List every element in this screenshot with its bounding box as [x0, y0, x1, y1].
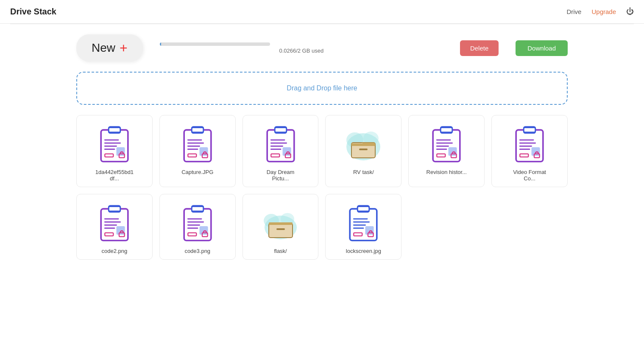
header-right: Drive Upgrade ⏻	[566, 7, 634, 16]
svg-rect-64	[105, 233, 113, 236]
svg-rect-54	[520, 154, 528, 157]
svg-rect-81	[276, 228, 285, 230]
svg-rect-48	[524, 128, 535, 132]
app-header: Drive Stack Drive Upgrade ⏻	[0, 0, 644, 24]
svg-rect-27	[282, 147, 291, 156]
storage-area: 0.0266/2 GB used	[160, 42, 443, 54]
file-name: Capture.JPG	[181, 169, 213, 175]
file-card[interactable]: Day DreamPictu...	[243, 115, 319, 187]
folder-icon	[342, 122, 385, 165]
file-name: lockscreen.jpg	[346, 248, 381, 254]
svg-rect-58	[109, 207, 120, 211]
file-name: Video FormatCo...	[513, 169, 546, 182]
document-icon	[508, 122, 551, 165]
svg-rect-8	[105, 154, 113, 157]
file-name: Revision histor...	[427, 169, 467, 175]
header-left: Drive Stack	[10, 7, 56, 17]
svg-rect-22	[275, 128, 286, 132]
file-grid-row2: code2.png code3.png	[76, 194, 568, 260]
power-icon[interactable]: ⏻	[626, 7, 634, 16]
folder-icon	[259, 201, 302, 244]
delete-button[interactable]: Delete	[460, 40, 499, 56]
storage-bar-fill	[160, 42, 161, 46]
svg-rect-80	[269, 222, 293, 225]
document-icon	[93, 122, 136, 165]
new-label: New	[92, 41, 115, 55]
content-area: Drag and Drop file here	[0, 72, 644, 260]
svg-rect-84	[358, 207, 369, 211]
plus-icon: +	[120, 41, 128, 55]
file-grid-row1: 1da442ef55bd1df... Capture.JPG	[76, 115, 568, 187]
file-name: flask/	[274, 248, 287, 254]
svg-rect-43	[449, 147, 457, 156]
storage-bar-track	[160, 42, 270, 46]
file-card[interactable]: lockscreen.jpg	[325, 194, 401, 260]
download-button[interactable]: Download	[516, 40, 568, 56]
toolbar: New + 0.0266/2 GB used Delete Download	[0, 24, 644, 72]
svg-rect-90	[354, 233, 362, 236]
document-icon	[93, 201, 136, 244]
drop-zone-text: Drag and Drop file here	[287, 84, 357, 92]
file-card[interactable]: code2.png	[76, 194, 153, 260]
file-name: Day DreamPictu...	[267, 169, 295, 182]
svg-rect-79	[269, 223, 293, 238]
svg-rect-73	[199, 226, 208, 235]
file-card[interactable]: RV task/	[325, 115, 401, 187]
upgrade-nav-link[interactable]: Upgrade	[591, 8, 616, 15]
file-name: 1da442ef55bd1df...	[95, 169, 134, 182]
svg-rect-89	[365, 226, 374, 235]
svg-rect-35	[359, 149, 368, 150]
svg-rect-28	[271, 154, 279, 157]
document-icon	[342, 201, 385, 244]
new-button[interactable]: New +	[76, 34, 143, 62]
svg-rect-63	[116, 226, 125, 235]
file-card[interactable]: Revision histor...	[408, 115, 485, 187]
file-card[interactable]: Capture.JPG	[159, 115, 236, 187]
document-icon	[425, 122, 468, 165]
svg-rect-17	[199, 147, 208, 156]
file-card[interactable]: flask/	[243, 194, 319, 260]
svg-rect-44	[437, 154, 446, 157]
drop-zone[interactable]: Drag and Drop file here	[76, 72, 568, 105]
svg-rect-18	[188, 154, 196, 157]
svg-rect-38	[441, 128, 452, 132]
app-title: Drive Stack	[10, 7, 56, 17]
document-icon	[259, 122, 302, 165]
storage-text: 0.0266/2 GB used	[160, 48, 443, 54]
file-name: code2.png	[102, 248, 128, 254]
file-name: code3.png	[184, 248, 210, 254]
file-card[interactable]: code3.png	[159, 194, 236, 260]
svg-rect-34	[351, 143, 375, 146]
svg-rect-12	[192, 128, 203, 132]
svg-rect-53	[532, 147, 540, 156]
file-card[interactable]: Video FormatCo...	[491, 115, 568, 187]
file-card[interactable]: 1da442ef55bd1df...	[76, 115, 153, 187]
svg-rect-68	[192, 207, 203, 211]
document-icon	[176, 122, 219, 165]
svg-rect-74	[188, 233, 196, 236]
document-icon	[176, 201, 219, 244]
file-name: RV task/	[353, 169, 374, 175]
drive-nav-link[interactable]: Drive	[566, 8, 581, 15]
svg-rect-2	[109, 128, 120, 132]
svg-rect-7	[116, 147, 125, 156]
